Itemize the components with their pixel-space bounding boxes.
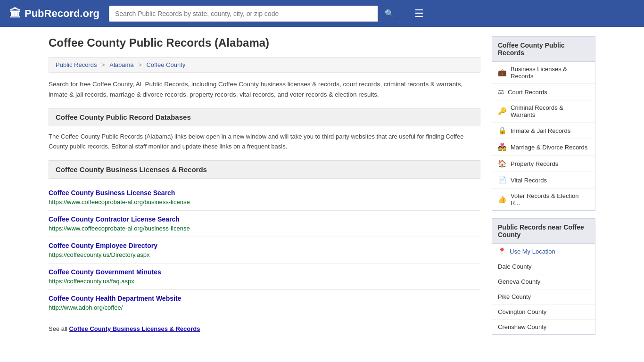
- breadcrumb-alabama[interactable]: Alabama: [109, 61, 133, 68]
- sidebar-item-marriage-records[interactable]: 💑 Marriage & Divorce Records: [492, 139, 595, 156]
- search-bar: 🔍: [109, 5, 401, 22]
- sidebar-item-label: Property Records: [511, 160, 558, 167]
- record-link-url-4[interactable]: https://coffeecounty.us/faq.aspx: [49, 278, 134, 285]
- document-icon: 📄: [498, 176, 507, 184]
- sidebar-item-voter-records[interactable]: 👍 Voter Records & Election R...: [492, 189, 595, 210]
- see-all: See all Coffee County Business Licenses …: [49, 321, 480, 332]
- record-link-item: Coffee County Government Minutes https:/…: [49, 263, 480, 290]
- nearby-item-label: Use My Location: [510, 248, 555, 255]
- sidebar-item-court-records[interactable]: ⚖ Court Records: [492, 84, 595, 100]
- main-content: Coffee County Public Records (Alabama) P…: [49, 36, 480, 342]
- sidebar-item-property-records[interactable]: 🏠 Property Records: [492, 156, 595, 172]
- record-link-url-5[interactable]: http://www.adph.org/coffee/: [49, 304, 123, 311]
- database-section-header: Coffee County Public Record Databases: [49, 108, 480, 126]
- breadcrumb-public-records[interactable]: Public Records: [56, 61, 97, 68]
- record-link-url-3[interactable]: https://coffeecounty.us/Directory.aspx: [49, 251, 150, 258]
- sidebar-item-label: Court Records: [508, 89, 547, 96]
- logo-link[interactable]: 🏛 PubRecord.org: [9, 7, 99, 20]
- record-link-item: Coffee County Employee Directory https:/…: [49, 237, 480, 263]
- page-container: Coffee County Public Records (Alabama) P…: [39, 27, 605, 352]
- sidebar-nearby-section: Public Records near Coffee County 📍 Use …: [492, 218, 595, 335]
- sidebar-item-inmate-records[interactable]: 🔒 Inmate & Jail Records: [492, 123, 595, 139]
- sidebar-item-label: Voter Records & Election R...: [511, 192, 589, 206]
- breadcrumb-sep-2: >: [138, 61, 143, 68]
- record-link-title-2[interactable]: Coffee County Contractor License Search: [49, 215, 480, 223]
- record-link-title-3[interactable]: Coffee County Employee Directory: [49, 242, 480, 249]
- nearby-pike-county[interactable]: Pike County: [492, 289, 595, 304]
- menu-button[interactable]: ☰: [411, 6, 428, 22]
- page-description: Search for free Coffee County, AL Public…: [49, 79, 480, 99]
- record-link-title-5[interactable]: Coffee County Health Department Website: [49, 295, 480, 302]
- key-icon: 🔑: [498, 107, 507, 115]
- search-input[interactable]: [109, 6, 378, 22]
- nearby-item-label: Crenshaw County: [498, 323, 546, 330]
- nearby-item-label: Pike County: [498, 293, 531, 300]
- logo-text: PubRecord.org: [25, 8, 99, 20]
- thumbsup-icon: 👍: [498, 195, 507, 204]
- nearby-dale-county[interactable]: Dale County: [492, 259, 595, 274]
- nearby-crenshaw-county[interactable]: Crenshaw County: [492, 320, 595, 334]
- nearby-covington-county[interactable]: Covington County: [492, 304, 595, 320]
- site-header: 🏛 PubRecord.org 🔍 ☰: [0, 0, 644, 27]
- sidebar-item-label: Inmate & Jail Records: [511, 127, 570, 134]
- sidebar-nearby-title: Public Records near Coffee County: [492, 218, 595, 244]
- sidebar-item-label: Vital Records: [511, 177, 547, 184]
- record-link-item: Coffee County Health Department Website …: [49, 290, 480, 316]
- sidebar-records-title: Coffee County Public Records: [492, 36, 595, 62]
- sidebar-item-label: Criminal Records & Warrants: [511, 104, 589, 118]
- nearby-item-label: Dale County: [498, 263, 532, 270]
- nearby-item-label: Geneva County: [498, 278, 540, 285]
- sidebar: Coffee County Public Records 💼 Business …: [492, 36, 595, 342]
- record-link-title-4[interactable]: Coffee County Government Minutes: [49, 268, 480, 276]
- nearby-item-label: Covington County: [498, 308, 546, 315]
- nearby-geneva-county[interactable]: Geneva County: [492, 274, 595, 289]
- nearby-use-location[interactable]: 📍 Use My Location: [492, 244, 595, 259]
- lock-icon: 🔒: [498, 126, 507, 135]
- logo-icon: 🏛: [9, 7, 21, 20]
- sidebar-item-criminal-records[interactable]: 🔑 Criminal Records & Warrants: [492, 100, 595, 123]
- sidebar-item-vital-records[interactable]: 📄 Vital Records: [492, 172, 595, 189]
- record-link-item: Coffee County Contractor License Search …: [49, 211, 480, 237]
- house-icon: 🏠: [498, 159, 507, 168]
- sidebar-item-label: Business Licenses & Records: [511, 66, 589, 80]
- sidebar-records-list: 💼 Business Licenses & Records ⚖ Court Re…: [492, 62, 595, 211]
- see-all-link[interactable]: Coffee County Business Licenses & Record…: [69, 325, 200, 332]
- breadcrumb-sep-1: >: [101, 61, 107, 68]
- sidebar-item-label: Marriage & Divorce Records: [511, 144, 587, 151]
- briefcase-icon: 💼: [498, 68, 507, 77]
- page-title: Coffee County Public Records (Alabama): [49, 36, 480, 49]
- record-link-url-2[interactable]: https://www.coffeecoprobate-al.org/busin…: [49, 225, 190, 232]
- sidebar-records-section: Coffee County Public Records 💼 Business …: [492, 36, 595, 211]
- business-section-header: Coffee County Business Licenses & Record…: [49, 160, 480, 179]
- sidebar-item-business-licenses[interactable]: 💼 Business Licenses & Records: [492, 62, 595, 84]
- record-link-title-1[interactable]: Coffee County Business License Search: [49, 189, 480, 197]
- record-link-url-1[interactable]: https://www.coffeecoprobate-al.org/busin…: [49, 198, 190, 206]
- database-section-desc: The Coffee County Public Records (Alabam…: [49, 132, 480, 152]
- sidebar-nearby-list: 📍 Use My Location Dale County Geneva Cou…: [492, 244, 595, 335]
- business-links-list: Coffee County Business License Search ht…: [49, 184, 480, 316]
- record-link-item: Coffee County Business License Search ht…: [49, 184, 480, 211]
- location-icon: 📍: [498, 247, 506, 255]
- scales-icon: ⚖: [498, 88, 504, 96]
- breadcrumb-coffee-county[interactable]: Coffee County: [146, 61, 185, 68]
- breadcrumb: Public Records > Alabama > Coffee County: [49, 57, 480, 73]
- search-button[interactable]: 🔍: [378, 5, 401, 22]
- couple-icon: 💑: [498, 143, 507, 151]
